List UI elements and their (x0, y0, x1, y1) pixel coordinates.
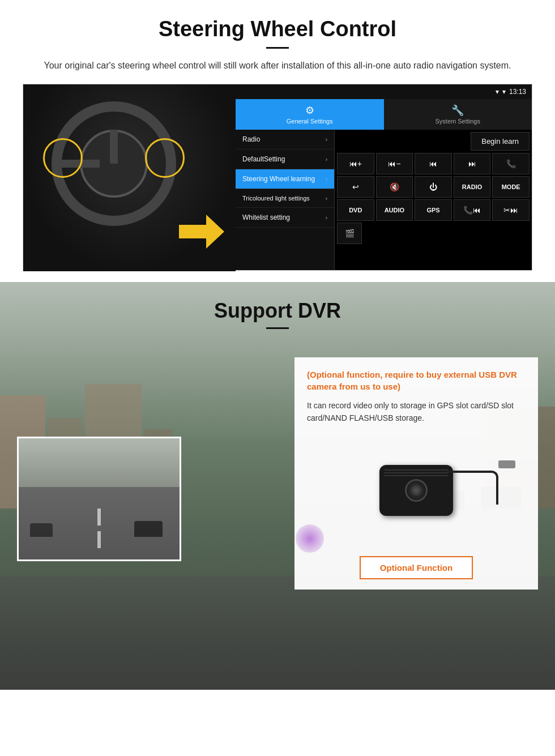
dvr-info-card: (Optional function, require to buy exter… (294, 357, 538, 590)
menu-radio-label: Radio (242, 135, 260, 143)
chevron-icon: › (326, 156, 327, 163)
steering-description: Your original car's steering wheel contr… (34, 59, 521, 72)
dvr-thumbnail (17, 437, 181, 561)
tab-general-settings[interactable]: ⚙ General Settings (236, 99, 384, 130)
menu-item-radio[interactable]: Radio › (236, 130, 334, 150)
dvr-title-divider (266, 327, 289, 329)
android-ui-panel: ▾ ▾ 13:13 ⚙ General Settings 🔧 System Se… (236, 84, 532, 270)
statusbar-icons: ▾ ▾ 13:13 (496, 88, 526, 96)
demo-container: ▾ ▾ 13:13 ⚙ General Settings 🔧 System Se… (23, 84, 532, 271)
begin-learn-button[interactable]: Begin learn (471, 132, 530, 151)
menu-item-tricolour[interactable]: Tricoloured light settings › (236, 189, 334, 208)
vol-up-btn[interactable]: ⏮+ (337, 153, 374, 174)
begin-learn-row: Begin learn (337, 132, 530, 151)
control-grid: ⏮+ ⏮− ⏮ ⏭ 📞 ↩ 🔇 ⏻ RADIO MODE DVD AUDIO G… (337, 153, 530, 221)
dvr-title-area: Support DVR (0, 282, 555, 335)
system-icon: 🔧 (451, 104, 464, 117)
highlight-circle-left (43, 138, 83, 178)
dvd-btn[interactable]: DVD (337, 199, 374, 221)
dvr-btn[interactable]: 🎬 (337, 223, 362, 244)
optional-function-button[interactable]: Optional Function (360, 556, 473, 579)
cut-next-btn[interactable]: ✂⏭ (492, 199, 530, 221)
menu-tricolour-label: Tricoloured light settings (242, 195, 310, 202)
call-btn[interactable]: 📞 (492, 153, 530, 174)
usb-cable (447, 471, 498, 505)
audio-btn[interactable]: AUDIO (376, 199, 413, 221)
extra-row: 🎬 (337, 223, 530, 244)
highlight-circle-right (145, 138, 185, 178)
signal-icon: ▾ (502, 88, 506, 96)
steering-section: Steering Wheel Control Your original car… (0, 0, 555, 282)
back-btn[interactable]: ↩ (337, 176, 374, 198)
vol-down-btn[interactable]: ⏮− (376, 153, 413, 174)
radio-btn[interactable]: RADIO (454, 176, 491, 198)
menu-panel: Radio › DefaultSetting › Steering Wheel … (236, 130, 335, 270)
dvr-optional-text: (Optional function, require to buy exter… (307, 369, 526, 392)
next-btn[interactable]: ⏭ (454, 153, 491, 174)
thumb-sky (19, 438, 180, 487)
menu-item-whitelist[interactable]: Whitelist setting › (236, 208, 334, 228)
dvr-camera-image (307, 434, 526, 547)
tab-system-label: System Settings (436, 118, 480, 125)
power-btn[interactable]: ⏻ (415, 176, 452, 198)
mute-btn[interactable]: 🔇 (376, 176, 413, 198)
status-time: 13:13 (509, 88, 526, 96)
chevron-icon: › (326, 176, 327, 182)
menu-steering-label: Steering Wheel learning (242, 175, 315, 183)
dvr-title: Support DVR (0, 299, 555, 323)
tab-system-settings[interactable]: 🔧 System Settings (384, 99, 532, 130)
dvr-content: (Optional function, require to buy exter… (0, 346, 555, 601)
camera-body (379, 465, 453, 516)
page-title: Steering Wheel Control (23, 17, 532, 41)
control-panel: Begin learn ⏮+ ⏮− ⏮ ⏭ 📞 ↩ 🔇 ⏻ RADIO MODE… (335, 130, 532, 270)
dvr-description: It can record video only to storage in G… (307, 399, 526, 425)
steering-wheel-image (23, 84, 236, 271)
mode-btn[interactable]: MODE (492, 176, 530, 198)
camera-lens (405, 479, 428, 502)
wifi-icon: ▾ (496, 88, 499, 96)
title-divider (266, 47, 289, 49)
android-tabs: ⚙ General Settings 🔧 System Settings (236, 99, 532, 130)
dvr-section: Support DVR (Optional function, require … (0, 282, 555, 690)
android-statusbar: ▾ ▾ 13:13 (236, 84, 532, 99)
call-prev-btn[interactable]: 📞⏮ (454, 199, 491, 221)
menu-item-steering[interactable]: Steering Wheel learning › (236, 169, 334, 189)
prev-btn[interactable]: ⏮ (415, 153, 452, 174)
android-content: Radio › DefaultSetting › Steering Wheel … (236, 130, 532, 270)
gps-btn[interactable]: GPS (415, 199, 452, 221)
usb-connector (498, 460, 515, 468)
menu-whitelist-label: Whitelist setting (242, 213, 290, 221)
tab-general-label: General Settings (287, 118, 333, 125)
gear-icon: ⚙ (305, 104, 314, 117)
chevron-icon: › (326, 215, 327, 221)
purple-glow (296, 524, 324, 553)
chevron-icon: › (326, 195, 327, 202)
chevron-icon: › (326, 136, 327, 143)
menu-default-label: DefaultSetting (242, 155, 285, 163)
menu-item-default[interactable]: DefaultSetting › (236, 150, 334, 169)
